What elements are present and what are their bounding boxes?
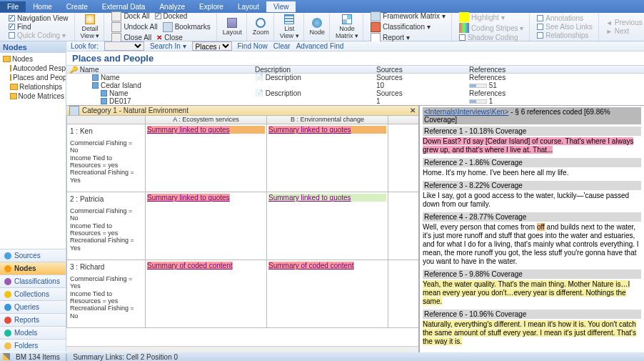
reference-title: Reference 4 - 28.77% Coverage bbox=[423, 212, 641, 222]
see-also-links[interactable]: See Also Links bbox=[535, 23, 594, 31]
reference-title: Reference 5 - 9.88% Coverage bbox=[423, 269, 641, 279]
edit-icon bbox=[3, 353, 10, 360]
tree-item[interactable]: Relationships bbox=[0, 82, 66, 92]
main-area: Look for: Search In ▾ Places and Peopl F… bbox=[66, 41, 644, 352]
next-ref[interactable]: ► Next bbox=[605, 27, 644, 35]
list-row[interactable]: Cedar Island10 51 bbox=[66, 81, 644, 89]
ribbon-tab-layout[interactable]: Layout bbox=[231, 1, 266, 12]
reference-title: Reference 6 - 10.96% Coverage bbox=[423, 310, 641, 319]
nav-folders[interactable]: Folders bbox=[0, 339, 66, 352]
matrix-cell[interactable]: Summary linked to quotes bbox=[267, 192, 388, 260]
layout-button[interactable]: Layout bbox=[223, 18, 242, 36]
search-scope[interactable]: Places and Peopl bbox=[192, 41, 232, 51]
nav-sources[interactable]: Sources bbox=[0, 249, 66, 262]
matrix-row-header[interactable]: 2 : PatriciaCommercial Fishing = NoIncom… bbox=[67, 192, 146, 260]
node-button[interactable]: Node bbox=[310, 18, 326, 36]
close-icon[interactable]: ✕ bbox=[410, 107, 416, 114]
ribbon-tab-view[interactable]: View bbox=[266, 1, 296, 12]
ribbon-tab-home[interactable]: Home bbox=[26, 1, 59, 12]
matrix-cell[interactable]: Summary of coded content bbox=[267, 260, 388, 328]
zoom-button[interactable]: Zoom bbox=[253, 18, 269, 36]
navigation-view-toggle[interactable]: Navigation View bbox=[7, 14, 70, 22]
relationships[interactable]: Relationships bbox=[535, 31, 594, 39]
tree-item[interactable]: Node Matrices bbox=[0, 92, 66, 101]
advanced-find[interactable]: Advanced Find bbox=[296, 42, 344, 50]
ribbon: Navigation View Find Quick Coding ▾ Deta… bbox=[0, 13, 644, 41]
nav-queries[interactable]: Queries bbox=[0, 300, 66, 313]
matrix-cell[interactable]: Summary of coded content bbox=[146, 260, 267, 328]
file-tab[interactable]: File bbox=[0, 1, 26, 12]
node-icon bbox=[92, 74, 99, 81]
matrix-col-a[interactable]: A : Ecosystem services bbox=[146, 116, 267, 124]
matrix-tab[interactable]: Category 1 - Natural Environment ✕ bbox=[66, 106, 418, 115]
nav-classifications[interactable]: Classifications bbox=[0, 275, 66, 287]
dock-all[interactable]: Dock All Docked bbox=[110, 11, 211, 21]
folder-icon bbox=[10, 65, 11, 71]
ribbon-tab-analyze[interactable]: Analyze bbox=[152, 1, 192, 12]
matrix-col-b[interactable]: B : Environmental change bbox=[267, 116, 388, 124]
list-view-button[interactable]: List View ▾ bbox=[280, 14, 299, 39]
reference-body: Like I say, got a good access to the wat… bbox=[423, 190, 641, 210]
quick-coding-toggle[interactable]: Quick Coding ▾ bbox=[7, 31, 70, 39]
detail-view-button[interactable]: Detail View ▾ bbox=[81, 14, 100, 39]
matrix-icon bbox=[69, 106, 79, 116]
nav-nodes[interactable]: Nodes bbox=[0, 262, 66, 275]
matrix-cell[interactable]: Summary linked to quotes bbox=[146, 124, 267, 192]
list-title: Places and People bbox=[66, 51, 644, 65]
reference-body: Down East? I'd say [Cedar Island] of cou… bbox=[423, 136, 641, 156]
framework-matrix-pane: Category 1 - Natural Environment ✕ A : E… bbox=[66, 106, 420, 352]
framework-matrix[interactable]: Framework Matrix ▾ bbox=[369, 11, 447, 21]
node-matrix-button[interactable]: Node Matrix ▾ bbox=[336, 14, 358, 39]
nav-models[interactable]: Models bbox=[0, 326, 66, 339]
previous-ref[interactable]: ◄ Previous bbox=[605, 19, 644, 26]
tree-root[interactable]: Nodes bbox=[0, 54, 66, 64]
nav-icon bbox=[4, 317, 11, 324]
node-icon bbox=[101, 98, 107, 104]
nav-icon bbox=[4, 304, 11, 311]
lookfor-input[interactable] bbox=[104, 41, 144, 51]
matrix-scrollbar[interactable] bbox=[66, 346, 418, 352]
nav-icon bbox=[4, 252, 11, 259]
list-row[interactable]: Name📄 DescriptionSourcesReferences bbox=[66, 89, 644, 97]
search-in[interactable]: Search In ▾ bbox=[150, 42, 186, 50]
navigation-panel: Nodes Nodes Autocoded ResponsesPlaces an… bbox=[0, 41, 66, 352]
tree-item[interactable]: Places and People bbox=[0, 73, 66, 82]
reference-title: Reference 2 - 1.86% Coverage bbox=[423, 158, 641, 167]
annotations[interactable]: Annotations bbox=[535, 14, 594, 22]
reference-body: Naturally, everything's different. I mea… bbox=[423, 319, 641, 347]
node-icon bbox=[92, 82, 99, 89]
matrix-tab-label: Category 1 - Natural Environment bbox=[82, 107, 188, 114]
nav-collections[interactable]: Collections bbox=[0, 287, 66, 300]
lookfor-bar: Look for: Search In ▾ Places and Peopl F… bbox=[66, 41, 644, 51]
lookfor-label: Look for: bbox=[71, 42, 99, 50]
find-now[interactable]: Find Now bbox=[238, 42, 268, 50]
shadow-coding[interactable]: Shadow Coding bbox=[458, 34, 525, 41]
folder-icon bbox=[10, 74, 11, 81]
status-items: BM 134 Items bbox=[16, 353, 60, 361]
nav-reports[interactable]: Reports bbox=[0, 313, 66, 326]
clear[interactable]: Clear bbox=[273, 42, 291, 50]
status-bar: BM 134 Items | Summary Links: Cell 2 Pos… bbox=[0, 352, 644, 361]
nav-icon bbox=[4, 265, 11, 272]
undock-all[interactable]: Undock All Bookmarks bbox=[110, 22, 211, 32]
matrix-row-header[interactable]: 1 : KenCommercial Fishing = NoIncome Tie… bbox=[67, 124, 146, 192]
list-row[interactable]: Name📄 DescriptionSourcesReferences bbox=[66, 74, 644, 81]
list-row[interactable]: DE0171 1 bbox=[66, 97, 644, 105]
nav-icon bbox=[4, 291, 11, 298]
matrix-cell[interactable]: Summary linked to quotes bbox=[267, 124, 388, 192]
ribbon-tab-external-data[interactable]: External Data bbox=[95, 1, 153, 12]
reference-title: Reference 1 - 10.18% Coverage bbox=[423, 127, 641, 136]
classification[interactable]: Classification ▾ bbox=[369, 22, 447, 32]
coding-stripes[interactable]: Coding Stripes ▾ bbox=[458, 23, 525, 33]
ribbon-tab-create[interactable]: Create bbox=[59, 1, 95, 12]
nav-icon bbox=[4, 278, 11, 285]
nav-header: Nodes bbox=[0, 41, 66, 53]
matrix-cell[interactable]: Summary linked to quotes bbox=[146, 192, 267, 260]
folder-icon bbox=[3, 56, 11, 62]
ribbon-tab-explore[interactable]: Explore bbox=[192, 1, 231, 12]
detail-source-link[interactable]: <Internals\Interviews\Ken> bbox=[424, 108, 508, 116]
tree-item[interactable]: Autocoded Responses bbox=[0, 64, 66, 73]
find-toggle[interactable]: Find bbox=[7, 23, 70, 31]
matrix-row-header[interactable]: 3 : RichardCommercial Fishing = YesIncom… bbox=[67, 260, 146, 328]
highlight[interactable]: Highlight ▾ bbox=[458, 12, 525, 22]
